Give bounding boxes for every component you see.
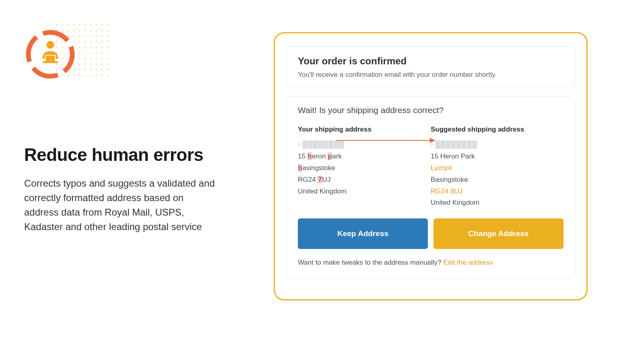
svg-rect-4 [43, 61, 58, 63]
user-laptop-icon [39, 39, 62, 64]
suggested-line-4-highlight: RG24 8UJ [431, 186, 564, 197]
edit-address-link[interactable]: Edit the address [443, 259, 493, 266]
change-address-button[interactable]: Change Address [433, 218, 564, 249]
svg-point-1 [46, 41, 54, 49]
suggested-line-2-highlight: Lychpit [431, 162, 564, 174]
entered-line-2: basingstoke [298, 162, 431, 174]
suggested-line-1: 15 Heron Park [431, 151, 564, 162]
suggested-line-5: United Kingdom [431, 197, 564, 209]
entered-line-1: 15 heron park [298, 151, 431, 162]
entered-address-column: Your shipping address F████████ 15 heron… [298, 125, 431, 209]
suggested-line-3: Basingstoke [431, 174, 564, 186]
feature-title: Reduce human errors [24, 145, 225, 165]
entered-name-blurred: F████████ [298, 139, 431, 151]
svg-rect-3 [45, 56, 55, 62]
screenshot-frame: Your order is confirmed You'll receive a… [274, 32, 588, 300]
suggested-address-column: Suggested shipping address F████████ 15 … [431, 125, 564, 209]
address-check-card: Wait! Is your shipping address correct? … [286, 96, 575, 278]
entered-line-4: United Kingdom [298, 186, 431, 197]
entered-address-header: Your shipping address [298, 125, 431, 134]
order-confirmed-subtitle: You'll receive a confirmation email with… [298, 71, 564, 79]
manual-edit-text: Want to make tweaks to the address manua… [298, 259, 564, 267]
keep-address-button[interactable]: Keep Address [298, 218, 428, 249]
order-confirmed-title: Your order is confirmed [298, 56, 564, 67]
order-confirmed-card: Your order is confirmed You'll receive a… [286, 46, 575, 88]
suggested-address-header: Suggested shipping address [431, 125, 564, 134]
suggested-name-blurred: F████████ [431, 139, 564, 151]
address-check-prompt: Wait! Is your shipping address correct? [298, 105, 564, 115]
feature-description: Corrects typos and suggests a validated … [24, 176, 217, 234]
entered-line-3: RG24 7UJ [298, 174, 431, 186]
feature-icon [24, 24, 89, 88]
